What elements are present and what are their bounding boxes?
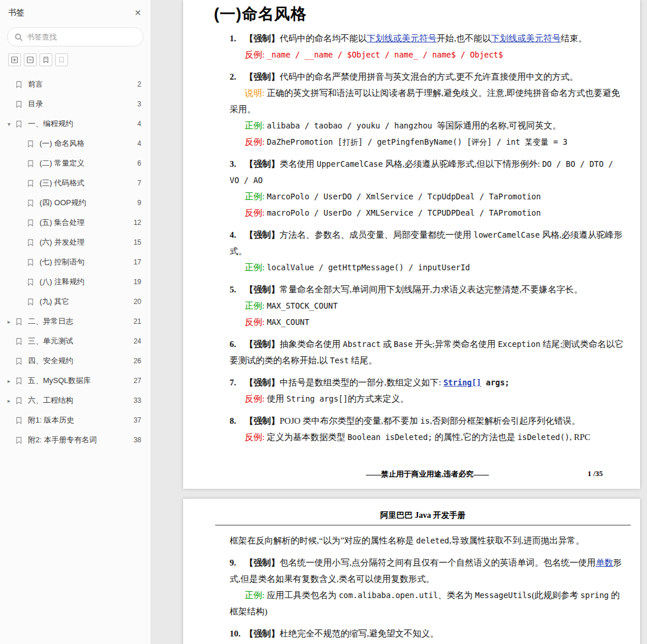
bookmark-page-number: 38 [134,436,141,444]
bookmark-item[interactable]: (五) 集合处理 12 [0,213,151,232]
bookmark-icon [27,219,34,227]
bookmark-item[interactable]: (六) 并发处理 15 [0,232,151,252]
text-run: 杜绝完全不规范的缩写,避免望文不知义。 [280,629,439,638]
rule-number: 3. [230,156,245,172]
expand-arrow-icon[interactable]: ▸ [5,378,13,384]
bookmark-page-number: 26 [134,357,141,365]
paragraph: 反例: macroPolo / UserDo / XMLService / TC… [230,205,625,221]
bookmark-icon [27,298,34,306]
locate-bookmark-button[interactable] [40,53,52,66]
text-run: 反例: [245,394,267,403]
bookmark-item[interactable]: ▸ 六、工程结构 33 [0,391,151,410]
expand-all-button[interactable] [8,53,21,66]
bookmark-page-number: 20 [134,298,141,306]
bookmark-item[interactable]: 四、安全规约 26 [0,351,151,371]
text-run: 反例: [245,317,267,327]
bookmark-page-number: 37 [134,416,141,424]
text-run: 【强制】 [245,159,280,169]
text-run: 正例: [245,591,267,600]
page-number: 1 /35 [588,469,603,478]
bookmark-page-number: 6 [137,159,141,167]
bookmark-item[interactable]: (一) 命名风格 4 [0,134,151,153]
bookmark-page-number: 12 [134,219,141,227]
text-run: _name / __name / $Object / name_ / name$… [267,50,503,59]
collapse-all-button[interactable] [24,53,37,66]
document-header: 阿里巴巴 Java 开发手册 [215,510,631,525]
text-run: 结尾。 [349,356,377,365]
bookmark-item[interactable]: (四) OOP规约 9 [0,193,151,213]
text-link[interactable]: 单数 [596,558,613,567]
bookmark-item[interactable]: 三、单元测试 24 [0,331,151,351]
paragraph: 说明: 正确的英文拼写和语法可以让阅读者易于理解,避免歧义。注意,即使纯拼音命名… [230,85,625,117]
bookmark-icon [27,259,34,266]
rule-number: 5. [230,281,245,298]
add-bookmark-button[interactable] [55,53,68,66]
bookmark-item[interactable]: (三) 代码格式 7 [0,173,151,193]
paragraph: 7.【强制】中括号是数组类型的一部分,数组定义如下: String[] args… [230,374,625,391]
bookmark-label: 前言 [28,79,133,90]
text-run: 的方式来定义。 [348,394,409,403]
document-page-1: (一)命名风格 1.【强制】代码中的命名均不能以下划线或美元符号开始,也不能以下… [183,0,640,489]
text-run: 【强制】 [245,285,280,294]
text-run: Exception [498,339,540,349]
text-run: 【强制】 [245,416,280,425]
document-view[interactable]: (一)命名风格 1.【强制】代码中的命名均不能以下划线或美元符号开始,也不能以下… [151,0,647,644]
bookmark-item[interactable]: ▸ 二、异常日志 21 [0,312,151,331]
text-run: MAX_STOCK_COUNT [267,301,338,310]
bookmark-item[interactable]: ▸ 五、MySQL数据库 27 [0,371,151,391]
bookmark-item[interactable]: 前言 2 [0,74,151,94]
text-run: 【强制】 [245,230,280,239]
bookmark-icon [15,377,23,385]
text-run: 框架在反向解析的时候,“以为”对应的属性名称是 [230,536,416,545]
bookmark-icon [15,101,23,108]
text-link[interactable]: 下划线或美元符号 [367,34,437,43]
paragraph: 框架在反向解析的时候,“以为”对应的属性名称是 deleted,导致属性获取不到… [230,532,625,549]
rule: 6.【强制】抽象类命名使用 Abstract 或 Base 开头;异常类命名使用… [230,336,625,368]
rule-number: 10. [230,625,245,642]
expand-arrow-icon[interactable]: ▸ [5,398,13,404]
text-run: String args[] [287,394,348,403]
bookmark-icon [15,357,23,365]
bookmark-icon [27,140,34,148]
expand-arrow-icon[interactable]: ▸ [5,319,13,325]
text-run: lowerCamelCase [474,230,540,239]
bookmark-item[interactable]: 目录 3 [0,94,151,114]
text-run: 抽象类命名使用 [280,339,343,349]
bookmark-item[interactable]: (九) 其它 20 [0,292,151,312]
rule: 2.【强制】代码中的命名严禁使用拼音与英文混合的方式,更不允许直接使用中文的方式… [230,69,625,150]
bookmark-search-input[interactable] [27,33,136,41]
bookmark-item[interactable]: ▾ 一、编程规约 4 [0,114,151,134]
text-run: 反例: [245,50,267,59]
text-run: (此规则参考 [532,591,581,600]
expand-all-icon [11,56,18,63]
text-run: 应用工具类包名为 [267,591,339,600]
bookmark-item[interactable]: 附1: 版本历史 37 [0,410,151,430]
rule-number: 4. [230,227,245,243]
paragraph: 10.【强制】杜绝完全不规范的缩写,避免望文不知义。 [230,625,625,642]
bookmark-icon [15,437,23,444]
expand-arrow-icon[interactable]: ▾ [5,121,13,127]
close-panel-button[interactable]: ✕ [134,9,141,17]
rule: 框架在反向解析的时候,“以为”对应的属性名称是 deleted,导致属性获取不到… [230,532,625,549]
bookmarks-panel: 书签 ✕ 前言 2 目录 3 ▾ [0,0,151,644]
collapse-all-icon [27,56,34,63]
paragraph: 反例: 使用 String args[]的方式来定义。 [230,391,625,407]
text-run: 风格,必须遵从驼峰形式,但以下情形例外: [383,159,542,169]
text-run: 使用 [267,394,287,403]
bookmark-item[interactable]: (七) 控制语句 17 [0,252,151,272]
rule: 5.【强制】常量命名全部大写,单词间用下划线隔开,力求语义表达完整清楚,不要嫌名… [230,281,625,330]
paragraph: 3.【强制】类名使用 UpperCamelCase 风格,必须遵从驼峰形式,但以… [230,156,625,188]
bookmark-item[interactable]: 附2: 本手册专有名词 38 [0,430,151,450]
text-link[interactable]: String[] [444,378,481,387]
text-run: 正确的英文拼写和语法可以让阅读者易于理解,避免歧义。注意,即使纯拼音命名方式也要… [230,88,620,114]
text-run: 说明: [245,88,267,98]
bookmark-label: 附1: 版本历史 [28,415,129,425]
add-bookmark-icon [58,56,65,63]
rule-number: 7. [230,374,245,391]
text-link[interactable]: 下划线或美元符号 [491,34,561,43]
bookmark-item[interactable]: (八) 注释规约 19 [0,272,151,292]
text-run: UpperCamelCase [317,159,383,169]
bookmark-item[interactable]: (二) 常量定义 6 [0,153,151,173]
paragraph: 9.【强制】包名统一使用小写,点分隔符之间有且仅有一个自然语义的英语单词。包名统… [230,554,625,587]
text-run: 常量命名全部大写,单词间用下划线隔开,力求语义表达完整清楚,不要嫌名字长。 [280,285,582,294]
